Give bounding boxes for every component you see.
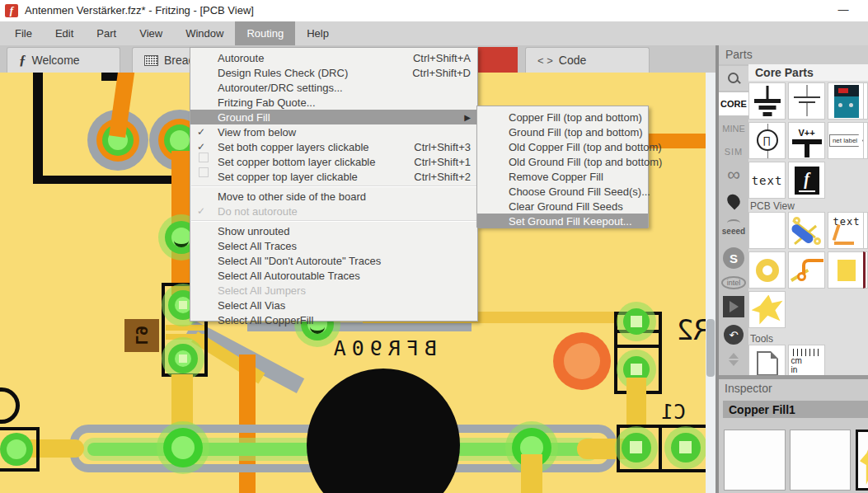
part-via[interactable] (788, 251, 825, 289)
menu-item-select-all-traces[interactable]: Select All Traces (190, 238, 477, 253)
sort-bins-button[interactable] (719, 348, 748, 371)
history-bin-icon[interactable]: ↶ (719, 323, 748, 346)
ground-fill-submenu: Copper Fill (top and bottom)Ground Fill … (476, 106, 649, 228)
inspector-preview-pcb[interactable] (856, 430, 868, 491)
part-tile-partial[interactable] (863, 82, 868, 120)
part-tile-partial[interactable] (863, 212, 868, 249)
part-tile-partial[interactable] (863, 251, 868, 289)
menubar-item-view[interactable]: View (128, 21, 174, 45)
oscillator-icon: ∏ (755, 124, 780, 158)
menu-item-copper-fill-top-and-bottom[interactable]: Copper Fill (top and bottom) (477, 110, 648, 124)
sparkfun-bin-icon[interactable]: S (719, 244, 748, 272)
menu-item-move-to-other-side-of-the-board[interactable]: Move to other side of the board (190, 189, 477, 204)
menu-item-view-from-below[interactable]: ✓View from below (190, 124, 477, 139)
play-icon (723, 296, 744, 317)
part-ground-alt[interactable] (788, 82, 825, 120)
vpp-symbol-icon: V++ (791, 124, 823, 157)
parts-tab-core[interactable]: CORE (719, 92, 748, 115)
menu-item-label: Autorouter/DRC settings... (218, 82, 471, 94)
inspector-preview-breadboard[interactable] (724, 430, 786, 491)
menu-item-ground-fill[interactable]: Ground Fill▶ (190, 110, 477, 124)
menu-item-set-copper-top-layer-clickable[interactable]: Set copper top layer clickableCtrl+Shift… (190, 169, 477, 184)
part-pcb-text[interactable]: text (828, 212, 865, 249)
part-tile-partial[interactable] (863, 122, 868, 159)
menu-item-autoroute[interactable]: AutorouteCtrl+Shift+A (190, 50, 477, 65)
part-copper-fill[interactable] (748, 291, 786, 328)
menu-item-old-copper-fill-top-and-bottom[interactable]: Old Copper Fill (top and bottom) (477, 139, 648, 154)
menu-item-select-all-vias[interactable]: Select All Vias (190, 298, 477, 312)
menu-item-label: Design Rules Check (DRC) (218, 67, 397, 79)
menu-item-label: Select All "Don't Autoroute" Traces (218, 255, 471, 267)
menu-item-select-all-jumpers[interactable]: Select All Jumpers (190, 283, 477, 298)
fritzing-logo-icon: f (795, 167, 819, 195)
part-ground[interactable] (748, 82, 786, 120)
menu-item-label: Move to other side of the board (218, 190, 471, 203)
menu-item-select-all-autoroutable-traces[interactable]: Select All Autoroutable Traces (190, 268, 477, 283)
play-bin-icon[interactable] (719, 293, 748, 320)
tab-code[interactable]: < > Code (525, 47, 650, 73)
adafruit-bin-icon[interactable] (719, 190, 748, 211)
menu-item-set-both-copper-layers-clickable[interactable]: ✓Set both copper layers clickableCtrl+Sh… (190, 139, 477, 154)
arduino-bin-icon[interactable]: ∞ (719, 163, 748, 186)
part-copper-block[interactable] (828, 251, 865, 289)
part-power-supply[interactable] (828, 82, 865, 120)
component-divider (617, 345, 659, 348)
code-icon: < > (537, 54, 553, 67)
part-jumper[interactable] (788, 212, 825, 249)
part-net-label[interactable]: net label (828, 122, 865, 159)
menu-item-set-ground-fill-keepout[interactable]: Set Ground Fill Keepout... (477, 214, 648, 228)
menubar-item-file[interactable]: File (3, 21, 44, 45)
component-label-l9: L9 (124, 319, 159, 352)
canvas-vscrollbar[interactable] (706, 73, 716, 493)
part-text[interactable]: text (748, 162, 786, 199)
inspector-preview-schematic[interactable] (790, 430, 851, 491)
menu-item-shortcut: Ctrl+Shift+1 (414, 156, 471, 168)
parts-tab-mine[interactable]: MINE (719, 119, 748, 139)
menubar-item-part[interactable]: Part (85, 21, 128, 45)
tab-pcb-active-fragment[interactable] (476, 47, 518, 73)
seeed-bin-icon[interactable]: seeed (719, 213, 748, 242)
core-parts-header: Core Parts (748, 64, 868, 81)
menu-item-old-ground-fill-top-and-bottom[interactable]: Old Ground Fill (top and bottom) (477, 154, 648, 169)
part-hole[interactable] (748, 251, 786, 289)
part-fritzing-logo[interactable]: f (788, 162, 825, 199)
pad-hole (631, 364, 642, 375)
trace-yellow[interactable] (521, 454, 542, 493)
menu-item-show-unrouted[interactable]: Show unrouted (190, 223, 477, 238)
part-oscillator[interactable]: ∏ (748, 122, 786, 159)
menu-item-set-copper-bottom-layer-clickable[interactable]: Set copper bottom layer clickableCtrl+Sh… (190, 154, 477, 169)
parts-tab-sim[interactable]: SIM (719, 142, 748, 162)
menu-item-clear-ground-fill-seeds[interactable]: Clear Ground Fill Seeds (477, 199, 648, 214)
menubar-item-window[interactable]: Window (174, 21, 235, 45)
menu-item-fritzing-fab-quote[interactable]: Fritzing Fab Quote... (190, 95, 477, 110)
canvas-vscrollbar-thumb[interactable] (706, 319, 715, 377)
part-vpp[interactable]: V++ (788, 122, 825, 159)
menubar-item-help[interactable]: Help (295, 21, 340, 45)
window-title: Antenmen Verstärker.fzz* - Fritzing - [P… (25, 4, 254, 16)
intel-bin-icon[interactable]: intel (719, 274, 748, 292)
pad-hole (630, 441, 642, 453)
menu-item-select-all-don-t-autoroute-traces[interactable]: Select All "Don't Autoroute" Traces (190, 253, 477, 268)
trace-yellow[interactable] (626, 378, 646, 427)
menubar-item-edit[interactable]: Edit (44, 21, 85, 45)
menu-item-label: Ground Fill (218, 111, 464, 124)
menu-item-select-all-copperfill[interactable]: Select All CopperFill (190, 312, 477, 327)
sort-down-icon (729, 360, 739, 366)
menubar-item-routing[interactable]: Routing (235, 21, 295, 45)
parts-search-button[interactable] (719, 66, 748, 91)
part-blank-board[interactable] (748, 212, 786, 249)
menu-item-label: Ground Fill (top and bottom) (509, 126, 643, 139)
menu-item-ground-fill-top-and-bottom[interactable]: Ground Fill (top and bottom) (477, 124, 648, 139)
menu-item-autorouter-drc-settings[interactable]: Autorouter/DRC settings... (190, 80, 477, 95)
component-body-circle[interactable] (307, 369, 460, 493)
power-supply-icon (834, 85, 859, 118)
silkscreen-outline (33, 176, 179, 184)
minimize-button[interactable]: — (831, 2, 856, 18)
flame-icon (725, 191, 743, 209)
menu-item-design-rules-check-drc[interactable]: Design Rules Check (DRC)Ctrl+Shift+D (190, 65, 477, 80)
menu-item-remove-copper-fill[interactable]: Remove Copper Fill (477, 169, 648, 184)
menu-item-do-not-autoroute[interactable]: ✓Do not autoroute (190, 204, 477, 218)
menu-item-shortcut: Ctrl+Shift+D (412, 67, 471, 79)
tab-welcome[interactable]: ƒ Welcome (7, 47, 120, 73)
menu-item-choose-ground-fill-seed-s[interactable]: Choose Ground Fill Seed(s)... (477, 184, 648, 199)
